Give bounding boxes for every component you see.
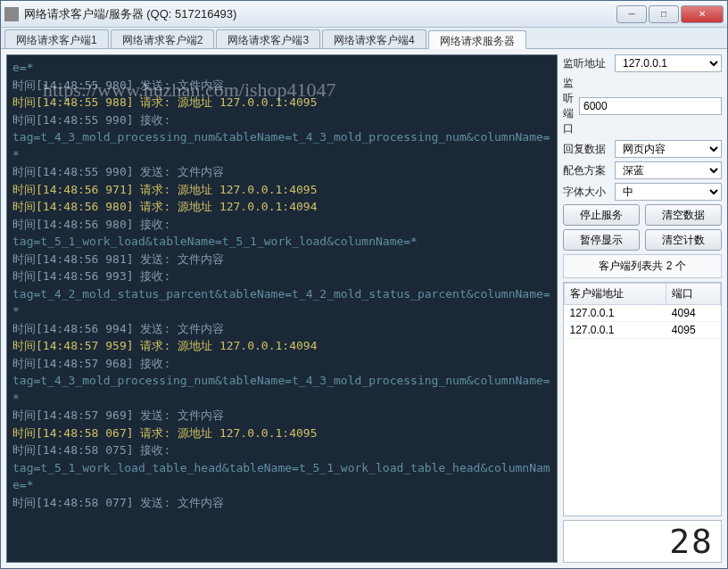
log-line: tag=t_4_3_mold_processing_num&tableName=… bbox=[12, 128, 551, 163]
minimize-button[interactable]: ─ bbox=[616, 5, 647, 23]
log-line: 时间[14:48:56 993] 接收: bbox=[12, 268, 551, 285]
log-line: tag=t_4_2_mold_status_parcent&tableName=… bbox=[12, 285, 551, 320]
cell-addr: 127.0.0.1 bbox=[565, 322, 666, 339]
listen-addr-label: 监听地址 bbox=[563, 56, 611, 71]
log-line: 时间[14:48:58 077] 发送: 文件内容 bbox=[12, 494, 551, 512]
counter-display: 28 bbox=[563, 520, 722, 563]
log-line: 时间[14:48:56 981] 发送: 文件内容 bbox=[12, 251, 551, 268]
log-line: 时间[14:48:55 990] 发送: 文件内容 bbox=[12, 163, 551, 181]
window-controls: ─ □ ✕ bbox=[616, 5, 724, 23]
tab-0[interactable]: 网络请求客户端1 bbox=[4, 29, 109, 48]
log-line: 时间[14:48:55 980] 发送: 文件内容 bbox=[12, 77, 551, 95]
log-line: 时间[14:48:56 980] 请求: 源地址 127.0.0.1:4094 bbox=[12, 198, 551, 216]
listen-port-input[interactable] bbox=[579, 97, 722, 115]
log-line: 时间[14:48:55 990] 接收: bbox=[12, 111, 551, 129]
cell-addr: 127.0.0.1 bbox=[565, 305, 666, 322]
reply-data-label: 回复数据 bbox=[563, 142, 611, 157]
maximize-button[interactable]: □ bbox=[649, 5, 679, 23]
table-row[interactable]: 127.0.0.14094 bbox=[565, 305, 721, 322]
log-line: 时间[14:48:58 067] 请求: 源地址 127.0.0.1:4095 bbox=[12, 425, 551, 442]
app-window: 网络请求客户端/服务器 (QQ: 517216493) ─ □ ✕ 网络请求客户… bbox=[0, 0, 728, 569]
log-line: 时间[14:48:57 959] 请求: 源地址 127.0.0.1:4094 bbox=[12, 337, 551, 355]
stop-service-button[interactable]: 停止服务 bbox=[563, 204, 640, 226]
tab-4[interactable]: 网络请求服务器 bbox=[428, 30, 526, 49]
log-line: 时间[14:48:56 971] 请求: 源地址 127.0.0.1:4095 bbox=[12, 181, 551, 199]
clear-data-button[interactable]: 清空数据 bbox=[645, 204, 722, 226]
listen-port-label: 监听端口 bbox=[563, 76, 575, 136]
log-line: 时间[14:48:55 988] 请求: 源地址 127.0.0.1:4095 bbox=[12, 94, 551, 111]
tab-2[interactable]: 网络请求客户端3 bbox=[216, 29, 320, 48]
log-line: 时间[14:48:58 075] 接收: bbox=[12, 441, 551, 459]
cell-port: 4095 bbox=[666, 322, 721, 339]
cell-port: 4094 bbox=[666, 305, 721, 322]
log-panel[interactable]: https://www.huzhan.com/ishop41047 e=*时间[… bbox=[6, 54, 558, 563]
client-table[interactable]: 客户端地址 端口 127.0.0.14094127.0.0.14095 bbox=[563, 282, 722, 516]
font-size-label: 字体大小 bbox=[563, 185, 611, 200]
table-row[interactable]: 127.0.0.14095 bbox=[565, 322, 721, 339]
clear-count-button[interactable]: 清空计数 bbox=[645, 229, 722, 251]
content-area: https://www.huzhan.com/ishop41047 e=*时间[… bbox=[1, 49, 727, 568]
color-scheme-label: 配色方案 bbox=[563, 163, 611, 178]
tabbar: 网络请求客户端1网络请求客户端2网络请求客户端3网络请求客户端4网络请求服务器 bbox=[1, 28, 727, 49]
listen-addr-select[interactable]: 127.0.0.1 bbox=[615, 54, 722, 72]
col-client-port[interactable]: 端口 bbox=[666, 284, 721, 305]
log-line: tag=t_5_1_work_load_table_head&tableName… bbox=[12, 459, 551, 494]
reply-data-select[interactable]: 网页内容 bbox=[615, 140, 722, 158]
log-line: 时间[14:48:57 969] 发送: 文件内容 bbox=[12, 407, 551, 425]
tab-3[interactable]: 网络请求客户端4 bbox=[322, 29, 426, 48]
tab-1[interactable]: 网络请求客户端2 bbox=[111, 29, 215, 48]
log-line: 时间[14:48:57 968] 接收: bbox=[12, 355, 551, 373]
color-scheme-select[interactable]: 深蓝 bbox=[615, 161, 722, 179]
log-line: tag=t_4_3_mold_processing_num&tableName=… bbox=[12, 372, 551, 407]
log-line: e=* bbox=[12, 59, 551, 77]
close-button[interactable]: ✕ bbox=[681, 5, 724, 23]
titlebar[interactable]: 网络请求客户端/服务器 (QQ: 517216493) ─ □ ✕ bbox=[1, 1, 727, 28]
log-line: tag=t_5_1_work_load&tableName=t_5_1_work… bbox=[12, 233, 551, 251]
col-client-addr[interactable]: 客户端地址 bbox=[565, 284, 666, 305]
log-line: 时间[14:48:56 994] 发送: 文件内容 bbox=[12, 320, 551, 338]
side-panel: 监听地址 127.0.0.1 监听端口 回复数据 网页内容 配色方案 深蓝 bbox=[563, 54, 722, 563]
app-icon bbox=[4, 7, 19, 21]
log-line: 时间[14:48:56 980] 接收: bbox=[12, 216, 551, 234]
client-count-label: 客户端列表共 2 个 bbox=[563, 254, 722, 278]
window-title: 网络请求客户端/服务器 (QQ: 517216493) bbox=[24, 6, 616, 22]
pause-display-button[interactable]: 暂停显示 bbox=[563, 229, 640, 251]
font-size-select[interactable]: 中 bbox=[615, 183, 722, 201]
